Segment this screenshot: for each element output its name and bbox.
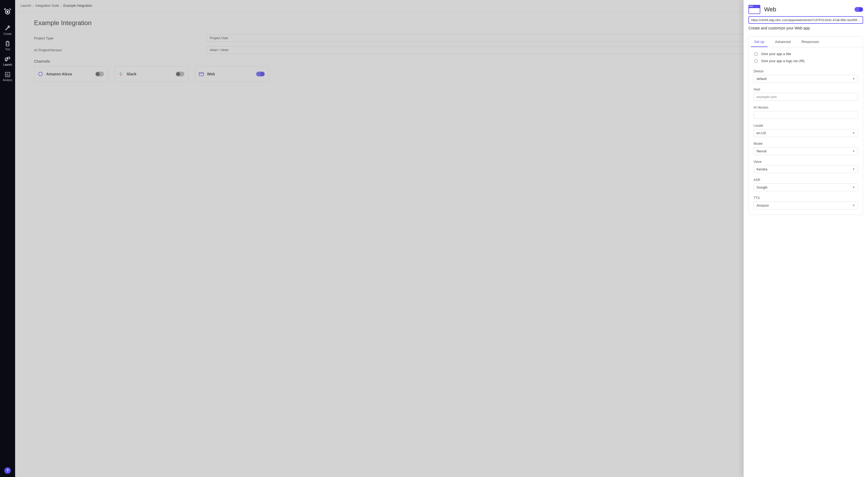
ai-project-version-value: clean / clean [210, 48, 228, 52]
chevron-down-icon: ▼ [852, 168, 855, 171]
svg-rect-8 [120, 72, 121, 74]
svg-point-4 [6, 60, 7, 60]
channels-title: Channels [34, 59, 849, 63]
panel-url-box[interactable]: https://virt34.adg.clinc.com/apps/webcli… [748, 16, 863, 24]
ai-project-version-label: AI Project/Version [34, 48, 207, 52]
tab-responses[interactable]: Responses [796, 36, 824, 47]
asr-label: ASR [753, 178, 858, 182]
channel-slack[interactable]: Slack [115, 66, 188, 82]
chart-icon [5, 71, 10, 78]
voice-label: Voice [753, 160, 858, 164]
content: Example Integration Project Type Project… [15, 11, 868, 88]
chevron-right-icon: › [61, 4, 62, 7]
nav-create[interactable]: Create [0, 23, 15, 38]
model-select[interactable]: Neural ▼ [753, 147, 858, 155]
panel-description: Create and customize your Web app. [748, 26, 863, 30]
channel-name: Amazon Alexa [46, 72, 72, 76]
project-type-label: Project Type [34, 36, 207, 40]
chevron-down-icon: ▼ [852, 77, 855, 80]
aiversion-label: AI Version [753, 106, 858, 110]
alexa-icon [38, 71, 43, 77]
web-app-icon [748, 5, 760, 14]
chevron-down-icon: ▼ [852, 186, 855, 189]
model-value: Neural [756, 149, 767, 153]
help-button[interactable]: ? [4, 467, 11, 474]
tab-setup[interactable]: Set up [749, 36, 770, 47]
host-label: Host [753, 88, 858, 91]
nav-test[interactable]: Test [0, 38, 15, 54]
clipboard-icon [5, 41, 10, 47]
panel-body: ✓ Give your app a title ✓ Give your app … [748, 47, 863, 215]
nav-label: Create [3, 32, 11, 35]
ai-project-version-row: AI Project/Version clean / clean [34, 46, 849, 54]
svg-rect-11 [199, 72, 204, 76]
check-circle-icon: ✓ [754, 59, 758, 63]
panel-url-text: https://virt34.adg.clinc.com/apps/webcli… [751, 18, 863, 22]
nav-launch[interactable]: Launch [0, 54, 15, 69]
nav-analyze[interactable]: Analyze [0, 69, 15, 84]
svg-rect-7 [119, 73, 121, 74]
slack-icon [119, 71, 123, 77]
chevron-down-icon: ▼ [852, 150, 855, 153]
wrench-icon [5, 25, 10, 31]
asr-value: Google [756, 185, 767, 189]
tts-select[interactable]: Amazon ▼ [753, 202, 858, 209]
check-label: Give your app a title [761, 52, 791, 56]
tts-value: Amazon [756, 204, 769, 207]
tab-advanced[interactable]: Advanced [770, 36, 796, 47]
host-input[interactable] [753, 93, 858, 101]
check-title-row[interactable]: ✓ Give your app a title [753, 51, 858, 58]
launch-icon [5, 56, 10, 62]
svg-point-6 [39, 72, 42, 76]
app-logo [3, 6, 12, 16]
sidebar: Create Test Launch Analyze ? [0, 0, 15, 477]
locale-label: Locale [753, 124, 858, 127]
channel-name: Web [207, 72, 215, 76]
device-select[interactable]: default ▼ [753, 75, 858, 83]
svg-rect-10 [120, 74, 121, 76]
chevron-down-icon: ▼ [852, 204, 855, 207]
svg-point-1 [7, 11, 9, 13]
locale-select[interactable]: en-US ▼ [753, 129, 858, 137]
channel-grid: Amazon Alexa Slack [34, 66, 849, 82]
channel-name: Slack [127, 72, 136, 76]
channel-toggle-slack[interactable] [176, 71, 184, 77]
asr-select[interactable]: Google ▼ [753, 183, 858, 191]
aiversion-input[interactable] [753, 111, 858, 119]
channel-toggle-alexa[interactable] [95, 71, 104, 77]
page-title: Example Integration [34, 19, 849, 27]
channel-amazon-alexa[interactable]: Amazon Alexa [34, 66, 108, 82]
check-circle-icon: ✓ [754, 52, 758, 56]
model-label: Model [753, 142, 858, 146]
main: Launch › Integration Suite › Example Int… [15, 0, 868, 477]
panel-header: Web https://virt34.adg.clinc.com/apps/we… [744, 0, 868, 36]
breadcrumbs: Launch › Integration Suite › Example Int… [15, 0, 868, 11]
check-logo-row[interactable]: ✓ Give your app a logo via URL [753, 58, 858, 64]
project-type-row: Project Type Project User [34, 34, 849, 42]
chevron-down-icon: ▼ [852, 131, 855, 135]
nav-label: Analyze [3, 79, 12, 82]
help-icon: ? [6, 468, 9, 473]
panel-title: Web [764, 6, 776, 13]
panel-tabs: Set up Advanced Responses [748, 36, 863, 47]
channel-web[interactable]: Web [195, 66, 269, 82]
breadcrumb-launch[interactable]: Launch [21, 4, 31, 7]
chevron-right-icon: › [33, 4, 34, 7]
side-panel: Web https://virt34.adg.clinc.com/apps/we… [744, 0, 868, 477]
tts-label: TTS [753, 196, 858, 200]
locale-value: en-US [756, 131, 766, 135]
channel-toggle-web[interactable] [256, 71, 265, 77]
nav-label: Launch [3, 63, 12, 66]
device-label: Device [753, 69, 858, 73]
check-label: Give your app a logo via URL [761, 59, 805, 63]
panel-enable-toggle[interactable] [855, 7, 863, 12]
voice-select[interactable]: Kendra ▼ [753, 165, 858, 173]
breadcrumb-current: Example Integration [63, 4, 92, 7]
voice-value: Kendra [756, 168, 767, 171]
web-icon [199, 71, 204, 77]
svg-rect-9 [121, 73, 123, 74]
breadcrumb-integration-suite[interactable]: Integration Suite [35, 4, 59, 7]
nav-label: Test [5, 48, 10, 51]
project-type-value: Project User [210, 36, 228, 40]
device-value: default [756, 77, 767, 81]
